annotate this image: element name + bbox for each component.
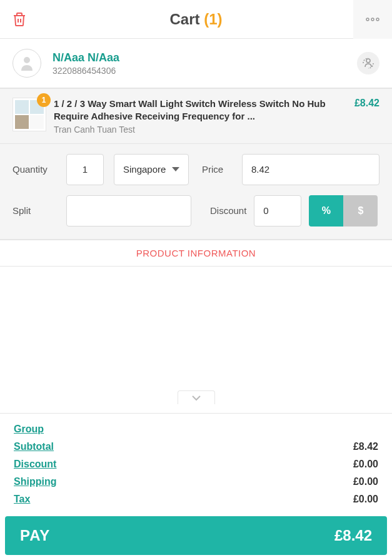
discount-input[interactable] (254, 195, 301, 227)
quantity-label: Quantity (13, 164, 56, 175)
quantity-input[interactable] (66, 154, 104, 185)
person-icon (20, 56, 34, 71)
product-information-button[interactable]: PRODUCT INFORMATION (0, 240, 392, 267)
avatar (13, 49, 41, 78)
pay-button[interactable]: PAY £8.42 (5, 516, 387, 555)
item-details-form: Quantity Singapore Price Split Discount … (0, 144, 392, 240)
svg-point-2 (376, 18, 379, 21)
svg-point-0 (366, 18, 369, 21)
subtotal-link[interactable]: Subtotal (14, 441, 54, 452)
pay-label: PAY (20, 527, 50, 544)
shipping-value: £0.00 (353, 476, 378, 487)
product-info: 1 / 2 / 3 Way Smart Wall Light Switch Wi… (54, 98, 344, 135)
customer-name: N/Aaa N/Aaa (53, 51, 357, 64)
product-line-price: £8.42 (354, 98, 379, 109)
clear-cart-button[interactable] (0, 0, 39, 39)
tax-value: £0.00 (353, 494, 378, 505)
qty-badge: 1 (37, 93, 51, 107)
customer-info: N/Aaa N/Aaa 3220886454306 (53, 51, 357, 76)
header: Cart (1) (0, 0, 392, 39)
chevron-down-icon (172, 167, 179, 172)
collapse-totals-button[interactable] (178, 390, 215, 404)
price-input[interactable] (242, 154, 379, 185)
variant-value: Singapore (123, 164, 166, 175)
cart-item[interactable]: 1 1 / 2 / 3 Way Smart Wall Light Switch … (0, 88, 392, 144)
customer-action-button[interactable] (357, 52, 379, 74)
discount-type-toggle: % $ (309, 195, 378, 227)
customer-id: 3220886454306 (53, 66, 357, 76)
cart-count: (1) (204, 11, 222, 28)
more-icon (366, 18, 379, 21)
cart-title: Cart (169, 11, 204, 28)
product-title: 1 / 2 / 3 Way Smart Wall Light Switch Wi… (54, 98, 344, 123)
svg-point-3 (24, 57, 30, 63)
trash-icon (13, 12, 26, 27)
tax-link[interactable]: Tax (14, 494, 30, 505)
product-thumbnail: 1 (13, 98, 46, 131)
customer-row: N/Aaa N/Aaa 3220886454306 (0, 39, 392, 88)
discount-percent-button[interactable]: % (309, 195, 343, 227)
price-label: Price (202, 164, 234, 175)
svg-point-4 (366, 59, 370, 63)
chevron-down-icon (191, 395, 201, 401)
shipping-link[interactable]: Shipping (14, 476, 56, 487)
discount-value: £0.00 (353, 459, 378, 470)
subtotal-value: £8.42 (353, 441, 378, 452)
svg-point-1 (371, 18, 374, 21)
totals-panel: Group Subtotal £8.42 Discount £0.00 Ship… (0, 413, 392, 515)
product-vendor: Tran Canh Tuan Test (54, 125, 344, 135)
group-link[interactable]: Group (14, 424, 44, 435)
split-input[interactable] (66, 195, 191, 227)
split-label: Split (13, 205, 56, 216)
discount-currency-button[interactable]: $ (343, 195, 378, 227)
customer-swap-icon (362, 57, 374, 69)
pay-amount: £8.42 (334, 527, 372, 544)
discount-link[interactable]: Discount (14, 459, 56, 470)
variant-select[interactable]: Singapore (114, 154, 189, 185)
discount-label: Discount (210, 205, 246, 216)
more-menu-button[interactable] (353, 0, 392, 39)
header-title-wrap: Cart (1) (39, 11, 353, 28)
